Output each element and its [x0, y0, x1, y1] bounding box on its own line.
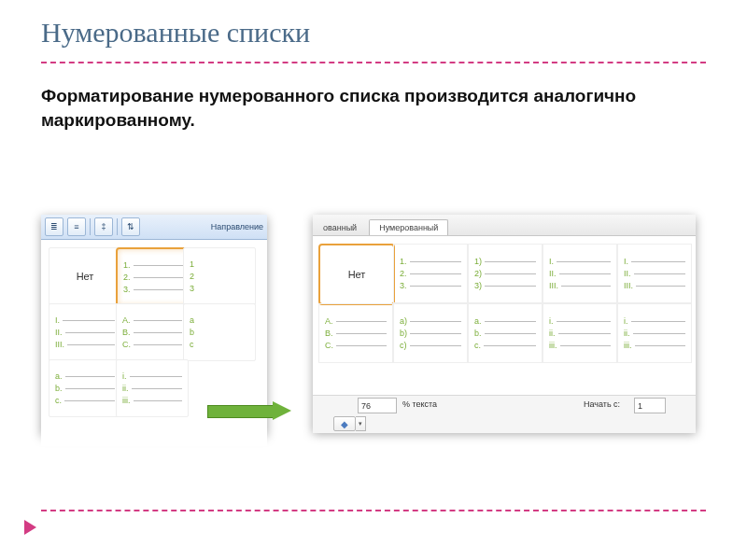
- number-gallery-right: Нет 1. 2. 3. 1) 2) 3) I. II. III. I. II.…: [313, 236, 696, 395]
- style-latin-lower-paren[interactable]: a) b) c): [393, 303, 468, 363]
- style-arabic-edge[interactable]: 1 2 3: [183, 247, 256, 305]
- dialog-footer: 76 % текста Начать с: 1 ◆ ▾: [313, 395, 696, 433]
- style-arabic-dot[interactable]: 1. 2. 3.: [393, 244, 468, 303]
- numbering-button[interactable]: ≡: [67, 217, 86, 236]
- style-none[interactable]: Нет: [318, 244, 395, 305]
- style-latin-lower-dot[interactable]: a. b. c.: [49, 359, 121, 417]
- slide-marker-icon: [24, 520, 36, 535]
- style-roman-upper[interactable]: I. II. III.: [49, 303, 121, 361]
- style-latin-upper[interactable]: A. B. C.: [116, 303, 189, 361]
- tab-bulleted[interactable]: ованный: [313, 219, 367, 235]
- tab-bar: ованный Нумерованный: [313, 215, 696, 236]
- style-roman-lower-dot[interactable]: i. ii. iii.: [543, 303, 617, 363]
- style-none[interactable]: Нет: [49, 247, 121, 305]
- tab-numbered[interactable]: Нумерованный: [369, 219, 448, 235]
- bullets-button[interactable]: ≣: [45, 217, 63, 236]
- style-roman-lower-dot[interactable]: i. ii. iii.: [116, 359, 189, 417]
- style-roman-upper[interactable]: I. II. III.: [543, 244, 617, 303]
- color-dropdown-icon[interactable]: ▾: [356, 416, 366, 431]
- arrow-icon: [207, 401, 291, 420]
- divider-bottom: [41, 510, 706, 511]
- start-field[interactable]: 1: [634, 398, 666, 413]
- style-edge-cut[interactable]: I. II. III.: [617, 244, 692, 303]
- size-label: % текста: [402, 399, 437, 409]
- body-text: Форматирование нумерованного списка прои…: [41, 84, 706, 132]
- ribbon: ≣ ≡ ‡ ⇅ Направление: [41, 215, 267, 240]
- slide: Нумерованные списки Форматирование нумер…: [0, 0, 747, 560]
- style-edge-cut2[interactable]: i. ii. iii.: [617, 303, 692, 363]
- page-title: Нумерованные списки: [41, 17, 310, 49]
- ribbon-label: Направление: [211, 222, 263, 231]
- style-arabic-dot[interactable]: 1. 2. 3.: [116, 247, 190, 307]
- style-arabic-paren[interactable]: 1) 2) 3): [468, 244, 543, 303]
- screenshot-right: ованный Нумерованный Нет 1. 2. 3. 1) 2) …: [313, 215, 696, 431]
- text-direction-button[interactable]: ⇅: [121, 217, 140, 236]
- start-label: Начать с:: [584, 399, 620, 409]
- line-spacing-button[interactable]: ‡: [94, 217, 113, 236]
- divider-top: [41, 62, 706, 63]
- color-button[interactable]: ◆: [333, 416, 356, 431]
- style-latin-lower-edge[interactable]: a b c: [183, 303, 256, 361]
- style-latin-lower-dot[interactable]: a. b. c.: [468, 303, 543, 363]
- size-field[interactable]: 76: [358, 398, 397, 413]
- separator: [90, 218, 91, 235]
- separator: [117, 218, 118, 235]
- style-latin-upper-edge[interactable]: A. B. C.: [318, 303, 393, 363]
